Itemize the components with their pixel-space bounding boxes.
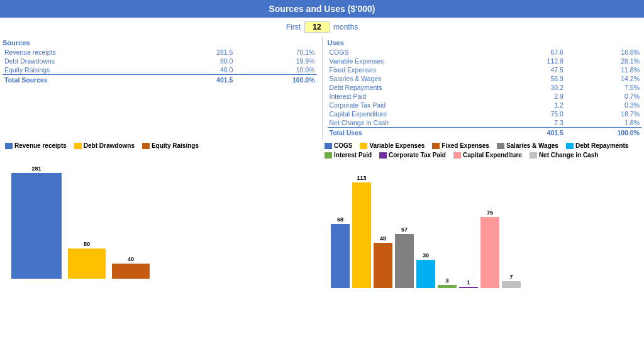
bar-label: 1 [467,279,470,286]
bar-label: 57 [401,226,408,233]
uses-total-label: Total Uses [328,128,498,138]
uses-row-pct: 7.5% [565,83,641,92]
bar-label: 48 [380,235,386,242]
uses-row-value: 47.5 [497,65,565,74]
legend-item: Capital Expenditure [453,152,522,159]
uses-row: Capital Expenditure 75.0 18.7% [328,109,642,118]
sources-row-value: 40.0 [162,65,235,75]
months-input[interactable] [304,21,330,33]
legend-label: Interest Paid [334,152,372,159]
bar-rect [374,243,392,288]
legend-color [566,143,574,149]
uses-row-value: 112.8 [497,57,565,65]
bar-rect [331,224,350,288]
panel-divider [322,36,323,140]
legend-label: Variable Expenses [369,142,425,149]
uses-row-value: 30.2 [497,83,565,92]
uses-row-label: Fixed Expenses [328,65,498,74]
bar-rect [502,281,521,288]
bar-group: 7 [502,175,521,288]
uses-row: COGS 67.6 16.8% [328,48,642,57]
bar-group: 113 [352,175,371,288]
sources-row-pct: 19.9% [235,57,316,65]
legend-label: Net Change in Cash [539,152,598,159]
legend-label: Equity Raisings [152,142,199,149]
sources-title: Sources [3,39,317,47]
legend-color [379,152,387,159]
legend-label: Capital Expenditure [463,152,522,159]
uses-row-value: 75.0 [497,109,565,118]
uses-title: Uses [328,39,642,47]
uses-total-row: Total Uses 401.5 100.0% [328,128,642,138]
uses-row-label: Debt Repayments [328,83,498,92]
sources-row-value: 281.5 [162,48,235,57]
uses-row: Corporate Tax Paid 1.2 0.3% [328,101,642,109]
uses-table: COGS 67.6 16.8% Variable Expenses 112.8 … [328,48,642,137]
legend-item: Debt Drawdowns [74,142,135,149]
uses-row-value: 67.6 [497,48,565,57]
uses-panel: Uses COGS 67.6 16.8% Variable Expenses 1… [325,36,645,140]
months-row: First months [0,18,644,36]
bar-group: 68 [331,175,350,288]
legend-color [142,143,150,149]
legend-label: Revenue receipts [14,142,67,149]
uses-legend: COGS Variable Expenses Fixed Expenses Sa… [325,142,639,159]
sources-bar-chart: 281 80 40 [5,153,319,279]
bar-label: 40 [128,256,134,262]
legend-item: Revenue receipts [5,142,67,149]
bar-rect [68,249,106,279]
bar-rect [352,182,371,288]
legend-item: Equity Raisings [142,142,199,149]
legend-label: Corporate Tax Paid [389,152,446,159]
sources-total-pct: 100.0% [235,75,316,85]
bar-rect [480,217,499,288]
uses-row-pct: 0.7% [565,92,641,101]
tables-section: Sources Revenue receipts 281.5 70.1% Deb… [0,36,644,140]
legend-item: Salaries & Wages [497,142,558,149]
sources-row-value: 80.0 [162,57,235,65]
legend-label: Salaries & Wages [506,142,558,149]
sources-row-label: Equity Raisings [3,65,162,75]
uses-row: Interest Paid 2.9 0.7% [328,92,642,101]
uses-row: Net Change in Cash 7.3 1.8% [328,118,642,128]
sources-legend: Revenue receipts Debt Drawdowns Equity R… [5,142,319,149]
uses-chart: COGS Variable Expenses Fixed Expenses Sa… [325,142,639,288]
sources-chart: Revenue receipts Debt Drawdowns Equity R… [5,142,319,288]
bar-group: 57 [395,175,414,288]
bar-rect [11,173,62,279]
bar-label: 281 [31,165,41,172]
bar-group: 30 [416,175,435,288]
uses-row-label: Corporate Tax Paid [328,101,498,109]
uses-row-pct: 0.3% [565,101,641,109]
uses-row-pct: 18.7% [565,109,641,118]
sources-row-pct: 70.1% [235,48,316,57]
bar-group: 48 [374,175,392,288]
bar-label: 75 [487,209,493,216]
legend-item: Net Change in Cash [530,152,598,159]
uses-row-label: COGS [328,48,498,57]
bar-rect [112,264,150,279]
bar-group: 40 [112,165,150,279]
sources-total-label: Total Sources [3,75,162,85]
uses-row-label: Salaries & Wages [328,74,498,83]
sources-total-row: Total Sources 401.5 100.0% [3,75,317,85]
legend-color [497,143,504,149]
bar-group: 80 [68,165,106,279]
uses-row-label: Capital Expenditure [328,109,498,118]
uses-row: Debt Repayments 30.2 7.5% [328,83,642,92]
legend-color [325,143,332,149]
legend-color [5,143,13,149]
legend-color [360,143,367,149]
sources-row-pct: 10.0% [235,65,316,75]
uses-row-value: 2.9 [497,92,565,101]
legend-color [530,152,537,159]
legend-color [325,152,332,159]
uses-row-label: Interest Paid [328,92,498,101]
bar-label: 113 [357,175,366,181]
legend-item: Interest Paid [325,152,372,159]
bar-label: 3 [445,277,448,284]
uses-row-value: 1.2 [497,101,565,109]
sources-table: Revenue receipts 281.5 70.1% Debt Drawdo… [3,48,317,84]
sources-panel: Sources Revenue receipts 281.5 70.1% Deb… [0,36,319,140]
uses-row: Variable Expenses 112.8 28.1% [328,57,642,65]
